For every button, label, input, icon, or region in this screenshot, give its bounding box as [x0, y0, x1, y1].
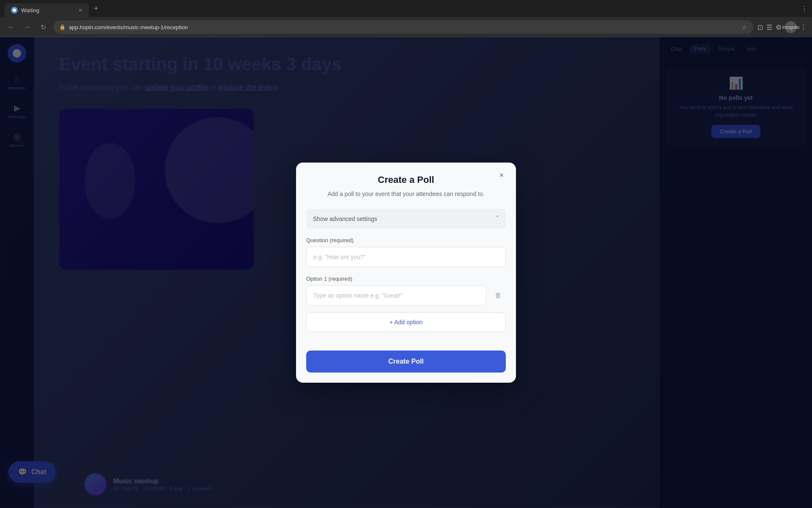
- tab-close-button[interactable]: ×: [79, 7, 82, 14]
- cast-icon[interactable]: ⊡: [757, 23, 763, 31]
- add-option-label: + Add option: [390, 319, 422, 326]
- url-text: app.hopin.com/events/music-meetup-1/rece…: [69, 24, 188, 30]
- browser-action-buttons: ⊡ ☰ ⚙ Incognito ⋮: [757, 21, 807, 33]
- create-poll-button[interactable]: Create Poll: [306, 351, 506, 373]
- bookmark-list-icon[interactable]: ☰: [766, 23, 772, 31]
- address-bar[interactable]: 🔒 app.hopin.com/events/music-meetup-1/re…: [53, 20, 753, 34]
- tab-title: Waiting: [21, 7, 75, 14]
- menu-icon[interactable]: ⋮: [800, 23, 807, 31]
- create-poll-modal: × Create a Poll Add a poll to your event…: [296, 163, 516, 383]
- question-field-label: Question (required): [306, 237, 506, 243]
- browser-tab-active[interactable]: Waiting ×: [4, 3, 89, 17]
- new-tab-button[interactable]: +: [91, 4, 102, 13]
- trash-icon: 🗑: [495, 292, 502, 299]
- back-button[interactable]: ←: [5, 21, 17, 33]
- question-input[interactable]: [306, 247, 506, 267]
- svg-point-0: [13, 8, 16, 12]
- reload-button[interactable]: ↻: [37, 21, 49, 33]
- extensions-icon[interactable]: ⚙: [776, 23, 782, 31]
- add-option-button[interactable]: + Add option: [306, 312, 506, 332]
- profile-button[interactable]: Incognito: [785, 21, 797, 33]
- advanced-settings-toggle[interactable]: Show advanced settings ˅: [306, 209, 506, 229]
- profile-label: Incognito: [782, 25, 800, 30]
- app-area: ⌂ Reception ▶ Backstage ◎ Network Event …: [0, 37, 812, 508]
- modal-body: Show advanced settings ˅ Question (requi…: [296, 205, 516, 351]
- modal-header: × Create a Poll Add a poll to your event…: [296, 163, 516, 205]
- browser-chrome: Waiting × + ⋮ ← → ↻ 🔒 app.hopin.com/even…: [0, 0, 812, 37]
- modal-overlay: × Create a Poll Add a poll to your event…: [0, 37, 812, 508]
- modal-subtitle: Add a poll to your event that your atten…: [308, 190, 504, 199]
- modal-footer: Create Poll: [296, 351, 516, 383]
- forward-button[interactable]: →: [21, 21, 33, 33]
- browser-navigation-bar: ← → ↻ 🔒 app.hopin.com/events/music-meetu…: [0, 17, 812, 37]
- browser-tabs: Waiting × + ⋮: [0, 0, 812, 17]
- create-poll-label: Create Poll: [388, 358, 424, 365]
- chevron-down-icon: ˅: [496, 215, 499, 223]
- bookmark-icon[interactable]: ☆: [742, 24, 747, 30]
- advanced-settings-label: Show advanced settings: [313, 215, 377, 222]
- option1-input[interactable]: [306, 285, 486, 306]
- tab-favicon: [11, 7, 18, 14]
- delete-option1-button[interactable]: 🗑: [491, 288, 506, 303]
- modal-title: Create a Poll: [308, 174, 504, 185]
- lock-icon: 🔒: [59, 24, 66, 30]
- tab-more-button[interactable]: ⋮: [801, 5, 808, 13]
- modal-close-button[interactable]: ×: [496, 169, 508, 181]
- option-1-row: 🗑: [306, 285, 506, 306]
- option1-field-label: Option 1 (required): [306, 276, 506, 282]
